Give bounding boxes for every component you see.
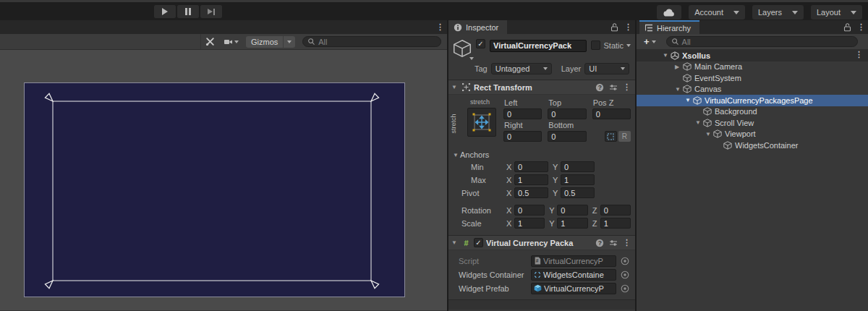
hierarchy-search-input[interactable]: All: [666, 36, 858, 47]
scale-z-field[interactable]: 1: [600, 218, 631, 229]
scene-search-input[interactable]: All: [302, 36, 441, 47]
rotation-z-field[interactable]: 0: [600, 205, 631, 216]
kebab-menu-icon[interactable]: ⋮: [855, 51, 863, 59]
item-label: VirtualCurrencyPackagesPage: [705, 96, 813, 105]
layers-dropdown[interactable]: Layers: [752, 5, 804, 20]
account-dropdown[interactable]: Account: [689, 5, 745, 20]
scale-y-field[interactable]: 1: [557, 218, 587, 229]
foldout-arrow-icon[interactable]: ▼: [675, 86, 683, 93]
bottom-field[interactable]: 0: [548, 131, 586, 142]
gameobject-cube-icon[interactable]: [453, 39, 473, 59]
presets-icon[interactable]: [609, 239, 618, 247]
tab-inspector[interactable]: Inspector: [448, 20, 507, 34]
pivot-y-field[interactable]: 0.5: [561, 187, 595, 198]
y-axis-label: Y: [549, 206, 554, 215]
rotation-y-field[interactable]: 0: [557, 205, 587, 216]
rect-transform-header[interactable]: ▼ Rect Transform ? ⋮: [448, 80, 635, 95]
kebab-menu-icon[interactable]: ⋮: [624, 23, 632, 31]
widget-prefab-object-field[interactable]: VirtualCurrencyP: [531, 283, 616, 294]
tab-hierarchy[interactable]: Hierarchy: [639, 20, 699, 34]
anchors-min-y-field[interactable]: 0: [561, 161, 595, 172]
left-field[interactable]: 0: [503, 108, 542, 119]
chevron-down-icon: [733, 11, 739, 14]
create-object-button[interactable]: +: [641, 36, 659, 47]
script-object-field[interactable]: # VirtualCurrencyP: [531, 255, 616, 267]
foldout-arrow-icon[interactable]: ▶: [675, 64, 683, 70]
hierarchy-item-widgetscontainer[interactable]: ▶ WidgetsContainer: [637, 140, 868, 151]
component-enabled-checkbox[interactable]: ✓: [474, 238, 483, 247]
object-picker-icon[interactable]: [619, 284, 631, 293]
gameobject-cube-icon: [723, 141, 733, 150]
hierarchy-item-canvas[interactable]: ▼ Canvas: [637, 84, 868, 95]
hierarchy-item-virtualcurrencypackagespage[interactable]: ▼ VirtualCurrencyPackagesPage: [637, 95, 868, 106]
layout-dropdown[interactable]: Layout: [811, 5, 862, 20]
scene-tools-button[interactable]: [201, 34, 219, 49]
gizmo-handle-top-right[interactable]: [371, 93, 379, 101]
static-toggle[interactable]: Static: [591, 41, 631, 50]
virtual-currency-component-header[interactable]: ▼ # ✓ Virtual Currency Packa ? ⋮: [448, 235, 635, 250]
hierarchy-item-main-camera[interactable]: ▶ Main Camera: [637, 61, 868, 73]
gameobject-name-field[interactable]: VirtualCurrencyPack: [490, 40, 587, 52]
hierarchy-item-background[interactable]: ▶ Background: [637, 106, 868, 118]
anchor-preset-button[interactable]: [467, 108, 496, 137]
anchors-foldout[interactable]: ▼ Anchors: [453, 150, 631, 159]
rect-transform-gizmo[interactable]: [0, 50, 447, 310]
scene-search-placeholder: All: [318, 38, 327, 46]
help-icon[interactable]: ?: [595, 239, 604, 247]
help-icon[interactable]: ?: [595, 83, 604, 92]
widgets-container-object-field[interactable]: WidgetsContaine: [531, 269, 616, 281]
foldout-arrow-icon[interactable]: ▼: [451, 84, 459, 90]
blueprint-mode-button[interactable]: [605, 131, 617, 142]
lock-icon[interactable]: [843, 22, 851, 32]
posz-field[interactable]: 0: [592, 108, 631, 119]
gameobject-active-checkbox[interactable]: ✓: [476, 39, 485, 48]
rotation-x-field[interactable]: 0: [514, 205, 545, 216]
raw-edit-mode-button[interactable]: R: [618, 131, 631, 142]
hierarchy-item-eventsystem[interactable]: ▶ EventSystem: [637, 72, 868, 84]
layer-dropdown[interactable]: UI: [584, 63, 629, 74]
object-picker-icon[interactable]: [619, 257, 631, 265]
hierarchy-item-scroll-view[interactable]: ▼ Scroll View: [637, 117, 868, 129]
pivot-x-field[interactable]: 0.5: [514, 187, 548, 198]
virtual-currency-component-title: Virtual Currency Packa: [486, 239, 592, 247]
svg-text:?: ?: [598, 239, 602, 247]
lock-icon[interactable]: [610, 22, 618, 32]
kebab-menu-icon[interactable]: ⋮: [623, 239, 631, 247]
foldout-arrow-icon[interactable]: ▼: [695, 119, 703, 126]
gizmos-dropdown[interactable]: Gizmos: [246, 36, 295, 48]
foldout-arrow-icon[interactable]: ▼: [663, 52, 671, 59]
gizmo-handle-bottom-left[interactable]: [45, 281, 53, 289]
right-field[interactable]: 0: [503, 131, 542, 142]
x-axis-label: X: [506, 219, 511, 228]
scale-x-field[interactable]: 1: [514, 218, 545, 229]
hierarchy-scene-row[interactable]: ▼ Xsollus ⋮: [637, 50, 868, 61]
gizmo-handle-top-left[interactable]: [45, 93, 53, 101]
presets-icon[interactable]: [609, 83, 618, 92]
hierarchy-panel: Hierarchy ⋮ + All ▼ Xsollus ⋮: [637, 20, 868, 311]
info-icon: [454, 23, 462, 32]
foldout-arrow-icon[interactable]: ▼: [685, 97, 693, 103]
hierarchy-item-viewport[interactable]: ▼ Viewport: [637, 129, 868, 140]
kebab-menu-icon[interactable]: ⋮: [436, 23, 444, 31]
step-button[interactable]: [200, 5, 222, 18]
foldout-arrow-icon[interactable]: ▼: [451, 239, 459, 246]
static-checkbox[interactable]: [591, 41, 600, 50]
object-picker-icon[interactable]: [619, 270, 631, 279]
foldout-arrow-icon[interactable]: ▼: [705, 131, 713, 137]
top-field[interactable]: 0: [548, 108, 586, 119]
cloud-services-button[interactable]: [657, 5, 681, 20]
anchors-max-x-field[interactable]: 1: [514, 174, 548, 185]
anchors-max-y-field[interactable]: 1: [561, 174, 595, 185]
kebab-menu-icon[interactable]: ⋮: [623, 83, 631, 91]
pause-button[interactable]: [177, 5, 199, 18]
scene-camera-dropdown[interactable]: [219, 34, 243, 49]
gizmo-handle-bottom-right[interactable]: [371, 281, 379, 289]
scene-viewport[interactable]: [0, 50, 447, 310]
anchors-min-x-field[interactable]: 0: [514, 161, 548, 172]
tag-dropdown[interactable]: Untagged: [491, 63, 552, 74]
layers-label: Layers: [758, 8, 782, 17]
chevron-down-icon: [469, 57, 474, 60]
kebab-menu-icon[interactable]: ⋮: [857, 23, 865, 31]
play-button[interactable]: [154, 5, 176, 18]
unity-editor-window: Account Layers Layout ⋮ Gizmos All: [0, 0, 868, 311]
